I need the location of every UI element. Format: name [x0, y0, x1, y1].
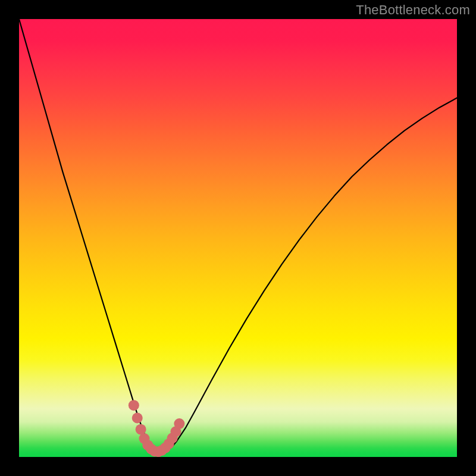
- bottleneck-curve: [19, 19, 457, 452]
- watermark-text: TheBottleneck.com: [356, 2, 470, 18]
- highlight-marker: [132, 413, 143, 424]
- highlight-marker: [136, 424, 146, 435]
- plot-area: [19, 19, 457, 457]
- curve-layer: [19, 19, 457, 457]
- bottleneck-minimum-markers: [129, 400, 185, 457]
- highlight-marker: [174, 418, 184, 429]
- highlight-marker: [129, 400, 139, 411]
- chart-frame: TheBottleneck.com: [0, 0, 476, 476]
